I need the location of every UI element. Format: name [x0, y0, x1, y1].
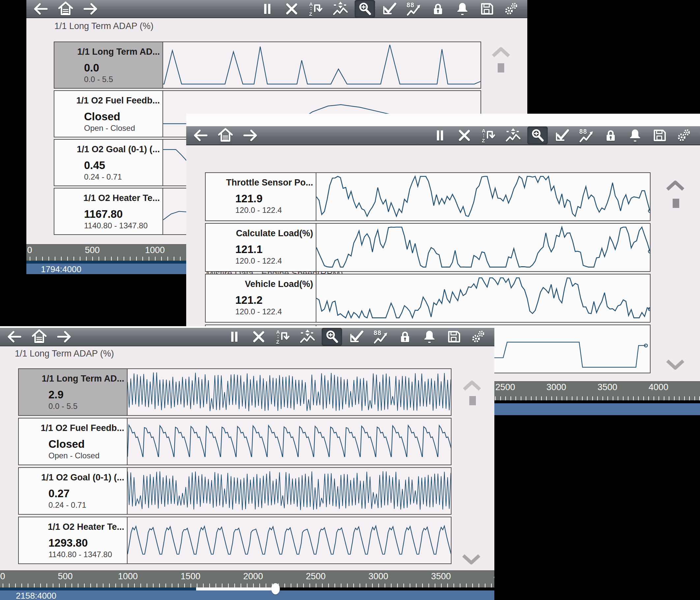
- parameter-tile[interactable]: 1/1 O2 Heater Te...1167.801140.80 - 1347…: [54, 189, 163, 234]
- back-icon[interactable]: [5, 328, 24, 345]
- timeline-track[interactable]: [0, 588, 494, 591]
- save-icon[interactable]: [652, 128, 667, 143]
- parameter-label: 1/1 O2 Heater Te...: [59, 193, 160, 203]
- parameter-tile[interactable]: 1/1 O2 Fuel Feedb...ClosedOpen - Closed: [54, 91, 163, 137]
- parameter-label: 1/1 O2 Heater Te...: [23, 522, 124, 532]
- sort-az-icon[interactable]: AZ: [308, 1, 324, 17]
- parameter-row[interactable]: Calculate Load(%)121.1120.0 - 122.4: [205, 223, 651, 272]
- parameter-tile[interactable]: 1/1 Long Term AD...0.00.0 - 5.5: [54, 42, 163, 88]
- parameter-tile[interactable]: 1/1 Long Term AD...2.90.0 - 5.5: [19, 369, 128, 415]
- graph-scale-icon[interactable]: [505, 128, 521, 143]
- lock-icon[interactable]: [397, 329, 412, 344]
- parameter-range: 0.0 - 5.5: [48, 402, 124, 411]
- svg-text:A: A: [309, 1, 313, 7]
- ruler-label: 2500: [306, 571, 326, 581]
- forward-icon[interactable]: [55, 328, 74, 345]
- graph-scale-icon[interactable]: [333, 1, 348, 17]
- close-icon[interactable]: [457, 128, 472, 143]
- parameter-tile[interactable]: Vehicle Load(%)121.2120.0 - 122.4: [206, 274, 316, 322]
- track-played-segment: [0, 588, 196, 591]
- parameter-tile[interactable]: Calculate Load(%)121.1120.0 - 122.4: [206, 224, 316, 271]
- sort-az-icon[interactable]: AZ: [276, 329, 291, 344]
- digital-list-icon[interactable]: 88: [406, 1, 421, 17]
- parameter-label: Throttle Sensor Po...: [210, 178, 313, 188]
- forward-icon[interactable]: [241, 127, 260, 144]
- scroll-up-icon[interactable]: [665, 180, 686, 192]
- parameter-row[interactable]: 1/1 O2 Goal (0-1) (...0.270.24 - 0.71: [18, 467, 451, 515]
- alerts-icon[interactable]: [455, 1, 470, 17]
- home-icon[interactable]: [56, 1, 75, 17]
- alerts-icon[interactable]: [422, 329, 437, 344]
- confirm-icon[interactable]: [554, 128, 570, 143]
- scroll-position-label: 2158:4000: [16, 591, 56, 600]
- save-icon[interactable]: [446, 329, 461, 344]
- ruler-label: 500: [58, 571, 73, 581]
- ruler-label: 3500: [598, 382, 617, 393]
- scroll-indicator: [469, 396, 476, 405]
- digital-list-icon[interactable]: 88: [373, 329, 388, 344]
- confirm-icon[interactable]: [349, 329, 364, 344]
- page-title: 1/1 Long Term ADAP (%): [15, 349, 114, 359]
- svg-text:88: 88: [406, 1, 414, 9]
- parameter-tile[interactable]: 1/1 O2 Fuel Feedb...ClosedOpen - Closed: [19, 419, 128, 465]
- lock-icon[interactable]: [603, 128, 618, 143]
- timeline-scrollbar[interactable]: 2158:4000: [0, 591, 494, 600]
- svg-text:88: 88: [373, 329, 381, 337]
- parameter-tile[interactable]: 1/1 O2 Goal (0-1) (...0.270.24 - 0.71: [19, 468, 128, 514]
- settings-icon[interactable]: [504, 1, 519, 17]
- parameter-list: 1/1 Long Term AD...2.90.0 - 5.51/1 O2 Fu…: [18, 368, 451, 564]
- lock-icon[interactable]: [430, 1, 446, 17]
- parameter-row[interactable]: 1/1 O2 Heater Te...1293.801140.80 - 1347…: [18, 517, 451, 564]
- alerts-icon[interactable]: [627, 128, 643, 143]
- parameter-row[interactable]: Throttle Sensor Po...121.9120.0 - 122.4: [205, 172, 651, 221]
- zoom-icon[interactable]: [324, 329, 340, 344]
- save-icon[interactable]: [479, 1, 494, 17]
- back-icon[interactable]: [191, 127, 210, 144]
- window-long-term-adap-bottom: AZ88 1/1 Long Term ADAP (%) 1/1 Long Ter…: [0, 326, 494, 600]
- scroll-down-icon[interactable]: [665, 358, 686, 371]
- pause-icon[interactable]: [432, 128, 448, 143]
- ruler-label: 0: [27, 245, 32, 255]
- parameter-tile[interactable]: 1/1 O2 Heater Te...1293.801140.80 - 1347…: [19, 517, 128, 564]
- parameter-range: 0.24 - 0.71: [84, 172, 160, 181]
- graph-scale-icon[interactable]: [300, 329, 315, 344]
- ruler-label: 2000: [243, 571, 263, 581]
- pause-icon[interactable]: [260, 1, 275, 17]
- timeline-knob[interactable]: [271, 583, 280, 594]
- svg-text:Z: Z: [309, 11, 312, 17]
- parameter-value: 0.0: [84, 61, 160, 74]
- digital-list-icon[interactable]: 88: [579, 128, 594, 143]
- parameter-row[interactable]: Vehicle Load(%)121.2120.0 - 122.4: [205, 274, 651, 323]
- home-icon[interactable]: [216, 127, 235, 144]
- settings-icon[interactable]: [676, 128, 692, 143]
- svg-text:Z: Z: [276, 339, 279, 344]
- close-icon[interactable]: [284, 1, 299, 17]
- forward-icon[interactable]: [81, 1, 100, 17]
- ruler-label: 1000: [145, 245, 165, 255]
- parameter-graph: [316, 274, 650, 322]
- track-window-segment: [196, 588, 276, 591]
- parameter-value: 121.1: [235, 243, 313, 256]
- ruler-label: 1000: [118, 571, 138, 581]
- scroll-down-icon[interactable]: [461, 553, 482, 566]
- toolbar: AZ88: [186, 126, 700, 145]
- scroll-up-icon[interactable]: [461, 380, 482, 392]
- zoom-icon[interactable]: [357, 1, 372, 17]
- parameter-tile[interactable]: Throttle Sensor Po...121.9120.0 - 122.4: [206, 173, 316, 220]
- ruler-label: 3000: [546, 382, 566, 393]
- parameter-range: Open - Closed: [84, 124, 160, 133]
- zoom-icon[interactable]: [530, 128, 545, 143]
- pause-icon[interactable]: [227, 329, 242, 344]
- settings-icon[interactable]: [471, 329, 486, 344]
- sort-az-icon[interactable]: AZ: [481, 128, 496, 143]
- parameter-row[interactable]: 1/1 Long Term AD...0.00.0 - 5.5: [54, 42, 481, 89]
- back-icon[interactable]: [31, 1, 50, 17]
- parameter-row[interactable]: 1/1 O2 Fuel Feedb...ClosedOpen - Closed: [18, 418, 451, 465]
- scroll-up-icon[interactable]: [491, 46, 511, 59]
- close-icon[interactable]: [251, 329, 266, 344]
- parameter-graph: [128, 468, 451, 514]
- parameter-tile[interactable]: 1/1 O2 Goal (0-1) (...0.450.24 - 0.71: [54, 140, 163, 185]
- confirm-icon[interactable]: [382, 1, 397, 17]
- home-icon[interactable]: [30, 328, 49, 345]
- parameter-row[interactable]: 1/1 Long Term AD...2.90.0 - 5.5: [18, 368, 451, 416]
